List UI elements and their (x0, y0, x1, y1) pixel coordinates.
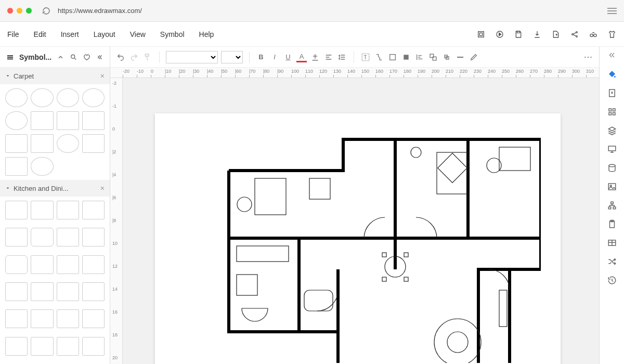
menu-symbol[interactable]: Symbol (160, 30, 185, 38)
menu-insert[interactable]: Insert (61, 30, 79, 38)
kitchen-shape[interactable] (82, 228, 105, 246)
menu-edit[interactable]: Edit (34, 30, 46, 38)
search-icon[interactable] (70, 54, 77, 61)
minimize-window-icon[interactable] (17, 8, 22, 14)
canvas[interactable] (123, 78, 599, 364)
format-painter-icon[interactable] (142, 52, 153, 62)
maximize-window-icon[interactable] (26, 8, 32, 14)
collapse-left-icon[interactable] (96, 54, 103, 61)
align-objects-icon[interactable] (414, 52, 425, 62)
carpet-shape[interactable] (57, 111, 79, 130)
history-icon[interactable] (606, 275, 618, 286)
play-icon[interactable] (495, 30, 504, 39)
kitchen-shape[interactable] (31, 201, 53, 219)
align-icon[interactable] (323, 52, 334, 62)
carpet-shape[interactable] (57, 134, 79, 153)
carpet-shape[interactable] (31, 88, 53, 107)
carpet-shape[interactable] (5, 111, 28, 130)
carpet-shape[interactable] (5, 88, 28, 107)
kitchen-shape[interactable] (57, 309, 79, 328)
font-color-icon[interactable]: A (296, 52, 307, 62)
menu-view[interactable]: View (130, 30, 146, 38)
menu-layout[interactable]: Layout (94, 30, 115, 38)
shape-outline-icon[interactable] (387, 52, 398, 62)
kitchen-shape[interactable] (5, 255, 28, 274)
reload-icon[interactable] (42, 7, 50, 15)
download-icon[interactable] (532, 30, 542, 39)
chevron-up-icon[interactable] (57, 54, 64, 61)
undo-icon[interactable] (115, 52, 126, 62)
more-icon[interactable]: ··· (583, 52, 594, 62)
group-icon[interactable] (428, 52, 438, 62)
export-icon[interactable] (551, 30, 561, 39)
collapse-right-icon[interactable] (608, 51, 616, 59)
pen-icon[interactable] (469, 52, 479, 62)
kitchen-shape[interactable] (57, 337, 79, 356)
connector-icon[interactable] (374, 52, 384, 62)
kitchen-shape[interactable] (5, 337, 28, 356)
save-icon[interactable] (514, 30, 523, 39)
section-carpet-header[interactable]: Carpet × (0, 68, 110, 84)
menu-help[interactable]: Help (199, 30, 214, 38)
sitemap-icon[interactable] (606, 200, 618, 211)
line-spacing-icon[interactable] (337, 52, 347, 62)
section-kitchen-header[interactable]: Kitchen and Dini... × (0, 180, 110, 197)
kitchen-shape[interactable] (82, 255, 105, 274)
floorplan-drawing[interactable] (177, 134, 541, 363)
carpet-shape[interactable] (5, 157, 28, 176)
kitchen-shape[interactable] (31, 309, 53, 328)
kitchen-shape[interactable] (31, 337, 53, 356)
italic-icon[interactable]: I (269, 52, 280, 62)
kitchen-shape[interactable] (82, 337, 105, 356)
presentation-icon[interactable] (606, 144, 618, 155)
redo-icon[interactable] (129, 52, 139, 62)
page-export-icon[interactable] (606, 87, 618, 99)
carpet-shape[interactable] (82, 88, 105, 107)
clipboard-icon[interactable] (606, 218, 618, 230)
kitchen-shape[interactable] (31, 255, 53, 274)
close-icon[interactable]: × (100, 72, 105, 80)
kitchen-shape[interactable] (57, 201, 79, 219)
carpet-shape[interactable] (31, 111, 53, 130)
page[interactable] (155, 113, 561, 364)
carpet-shape[interactable] (5, 134, 28, 153)
kitchen-shape[interactable] (31, 228, 53, 246)
browser-menu-icon[interactable] (607, 8, 617, 14)
kitchen-shape[interactable] (82, 309, 105, 328)
kitchen-shape[interactable] (82, 201, 105, 219)
fill-tool-icon[interactable] (606, 69, 618, 80)
carpet-shape[interactable] (31, 157, 53, 176)
url-text[interactable]: https://www.edrawmax.com/ (58, 7, 603, 15)
font-size-select[interactable] (221, 51, 243, 63)
kitchen-shape[interactable] (57, 228, 79, 246)
kitchen-shape[interactable] (57, 282, 79, 301)
binoculars-icon[interactable] (589, 30, 598, 39)
kitchen-shape[interactable] (5, 282, 28, 301)
line-style-icon[interactable] (455, 52, 465, 62)
carpet-shape[interactable] (82, 134, 105, 153)
text-highlight-icon[interactable] (310, 52, 320, 62)
menu-file[interactable]: File (7, 30, 19, 38)
image-icon[interactable] (606, 181, 618, 192)
carpet-shape[interactable] (57, 88, 79, 107)
arrange-icon[interactable] (441, 52, 452, 62)
kitchen-shape[interactable] (57, 255, 79, 274)
kitchen-shape[interactable] (5, 201, 28, 219)
kitchen-shape[interactable] (5, 309, 28, 328)
shuffle-icon[interactable] (606, 256, 618, 267)
underline-icon[interactable]: U (283, 52, 293, 62)
carpet-shape[interactable] (82, 111, 105, 130)
kitchen-shape[interactable] (31, 282, 53, 301)
table-icon[interactable] (606, 237, 618, 249)
close-window-icon[interactable] (7, 8, 13, 14)
share-icon[interactable] (570, 30, 579, 39)
close-icon[interactable]: × (100, 184, 105, 192)
carpet-shape[interactable] (31, 134, 53, 153)
font-family-select[interactable] (166, 51, 218, 63)
kitchen-shape[interactable] (82, 282, 105, 301)
grid-icon[interactable] (606, 106, 618, 118)
shape-fill-icon[interactable] (401, 52, 411, 62)
layers-icon[interactable] (606, 125, 618, 136)
fit-icon[interactable] (476, 30, 486, 39)
heart-icon[interactable] (83, 54, 90, 61)
